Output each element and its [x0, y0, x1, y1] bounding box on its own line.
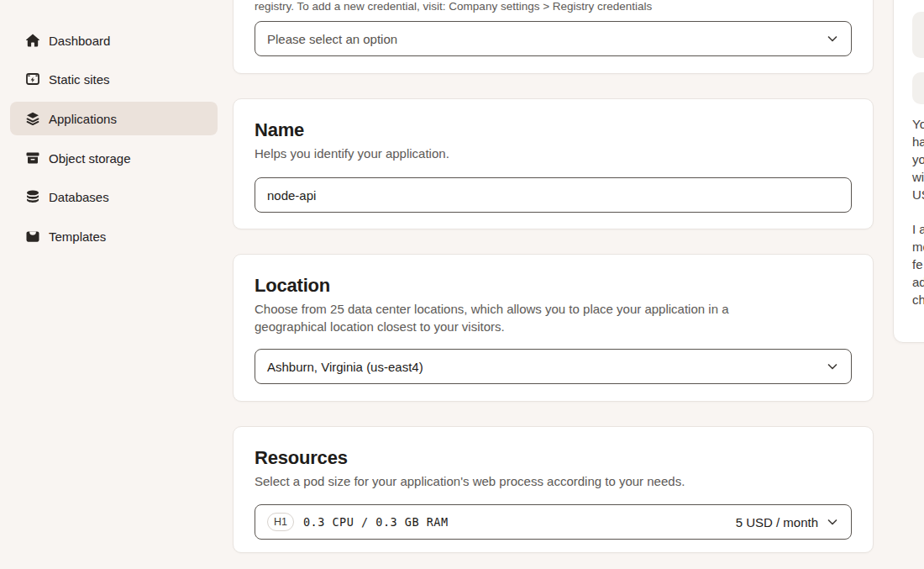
help-panel-paragraph: Yo ha yo wi US [912, 115, 924, 203]
pod-price: 5 USD / month [736, 515, 818, 529]
help-panel-text-line: wi [912, 168, 924, 186]
sidebar-item-label: Object storage [49, 151, 131, 166]
sidebar-item-label: Databases [49, 190, 109, 204]
sidebar-item-label: Dashboard [49, 34, 110, 48]
registry-note: registry. To add a new credential, visit… [255, 0, 852, 13]
help-panel-paragraph: I a me fe ad ch [912, 220, 924, 308]
skeleton-block [912, 72, 924, 104]
sidebar-item-dashboard[interactable]: Dashboard [10, 24, 218, 57]
app-name-input[interactable]: node-api [255, 177, 852, 213]
home-icon [25, 33, 40, 48]
help-panel-text-line: Yo [912, 115, 924, 133]
registry-card: registry. To add a new credential, visit… [233, 0, 874, 74]
name-card-description: Helps you identify your application. [255, 145, 852, 162]
help-panel-text-line: ad [912, 273, 924, 291]
help-panel-text-line: ch [912, 291, 924, 308]
help-panel-text-line: me [912, 238, 924, 256]
sidebar-item-templates[interactable]: Templates [10, 219, 218, 253]
name-card-title: Name [255, 119, 852, 141]
sidebar-item-static-sites[interactable]: Static sites [10, 62, 218, 96]
registry-select-value: Please select an option [267, 32, 826, 46]
help-panel-text-line: I a [912, 220, 924, 238]
location-card: Location Choose from 25 data center loca… [233, 254, 874, 402]
chevron-down-icon [826, 515, 839, 529]
help-panel-text-line: ha [912, 133, 924, 150]
sidebar-item-applications[interactable]: Applications [10, 102, 218, 135]
pod-size-select[interactable]: H1 0.3 CPU / 0.3 GB RAM 5 USD / month [255, 504, 852, 540]
help-panel-text-line: US [912, 186, 924, 203]
layers-icon [25, 111, 40, 126]
archive-box-icon [25, 150, 40, 166]
resources-card: Resources Select a pod size for your app… [233, 426, 874, 553]
resources-card-description: Select a pod size for your application's… [255, 472, 852, 490]
registry-credential-select[interactable]: Please select an option [255, 21, 852, 56]
location-card-description: Choose from 25 data center locations, wh… [255, 300, 792, 335]
sidebar-item-databases[interactable]: Databases [10, 180, 218, 213]
sidebar-item-label: Applications [49, 112, 117, 126]
name-card: Name Helps you identify your application… [233, 98, 874, 229]
help-panel-text-line: fe [912, 256, 924, 273]
app-name-value: node-api [267, 188, 316, 203]
help-panel-text-line: yo [912, 150, 924, 168]
location-select-value: Ashburn, Virginia (us-east4) [267, 360, 826, 374]
location-select[interactable]: Ashburn, Virginia (us-east4) [255, 349, 852, 384]
chevron-down-icon [826, 32, 839, 45]
sidebar: Dashboard Static sites Applications [0, 0, 233, 569]
location-card-title: Location [255, 275, 852, 297]
inbox-icon [25, 229, 40, 244]
resources-card-title: Resources [255, 447, 852, 469]
pod-size-badge: H1 [267, 513, 294, 531]
sidebar-item-label: Templates [49, 229, 106, 244]
chevron-down-icon [826, 360, 839, 373]
pod-specs: 0.3 CPU / 0.3 GB RAM [303, 515, 736, 529]
database-icon [25, 189, 40, 204]
static-sites-icon [25, 71, 40, 87]
sidebar-item-label: Static sites [49, 72, 110, 87]
skeleton-block [912, 12, 924, 58]
sidebar-item-object-storage[interactable]: Object storage [10, 141, 218, 175]
help-panel: Yo ha yo wi US I a me fe ad ch [893, 0, 924, 343]
